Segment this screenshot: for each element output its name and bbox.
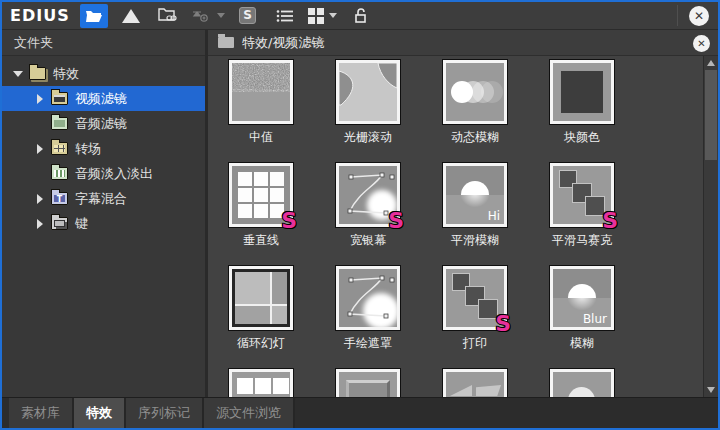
tab-label: 特效 xyxy=(86,404,112,422)
audio-fade-folder-icon xyxy=(51,167,68,180)
tab-sequence-marker[interactable]: 序列标记 xyxy=(126,398,204,428)
key-folder-icon xyxy=(51,217,68,230)
effect-label: 打印 xyxy=(463,335,487,352)
effect-label: 平滑模糊 xyxy=(451,232,499,249)
expander-right-icon[interactable] xyxy=(33,219,46,229)
triangle-up-icon xyxy=(707,60,715,66)
edius-logo: EDIUS xyxy=(10,6,70,25)
effects-grid: 中值 光栅滚动 动态模糊 xyxy=(208,56,718,397)
up-button[interactable] xyxy=(117,4,145,28)
tree-item-audio-fade[interactable]: 音频淡入淡出 xyxy=(2,161,205,186)
expander-right-icon[interactable] xyxy=(33,194,46,204)
tab-label: 序列标记 xyxy=(138,404,190,422)
effect-tile-block-color[interactable]: 块颜色 xyxy=(550,60,614,124)
bezier-mask-thumbnail xyxy=(339,269,397,327)
s-badge: S xyxy=(495,311,511,336)
lock-button[interactable] xyxy=(346,4,374,28)
effect-tile-partial[interactable] xyxy=(229,369,293,397)
tree-item-video-filter[interactable]: 视频滤镜 xyxy=(2,86,205,111)
effect-tile-partial[interactable] xyxy=(550,369,614,397)
folder-sidebar: 文件夹 特效 视频滤镜 音频滤镜 xyxy=(2,30,208,397)
video-filter-folder-icon xyxy=(51,92,68,105)
tree-item-transition[interactable]: 转场 xyxy=(2,136,205,161)
scrollbar-thumb[interactable] xyxy=(705,70,717,160)
effect-tile-vertical-line[interactable]: S 垂直线 xyxy=(229,163,293,227)
sidebar-header: 文件夹 xyxy=(2,30,205,56)
expander-right-icon[interactable] xyxy=(33,144,46,154)
s-preset-icon: S xyxy=(239,7,256,24)
effect-tile-blur[interactable]: Blur 模糊 xyxy=(550,266,614,330)
effect-tile-widescreen[interactable]: S 宽银幕 xyxy=(336,163,400,227)
blur-overlay-text: Blur xyxy=(583,312,607,326)
tab-source-browser[interactable]: 源文件浏览 xyxy=(204,398,295,428)
effect-tile-partial[interactable] xyxy=(443,369,507,397)
grid-view-icon xyxy=(308,8,325,24)
audio-filter-folder-icon xyxy=(51,117,68,130)
effects-row: 循环幻灯 xyxy=(229,266,657,330)
effect-label: 循环幻灯 xyxy=(237,335,285,352)
tree-item-effects-root[interactable]: 特效 xyxy=(2,61,205,86)
effect-tile-loop-slide[interactable]: 循环幻灯 xyxy=(229,266,293,330)
trapezoids-thumbnail xyxy=(446,372,504,397)
open-folder-button[interactable] xyxy=(80,4,108,28)
tree-item-title-mixer[interactable]: T 字幕混合 xyxy=(2,186,205,211)
sun-horizon-thumbnail: Blur xyxy=(553,269,611,327)
window-close-button[interactable]: ✕ xyxy=(689,6,709,26)
close-icon: ✕ xyxy=(697,38,705,49)
hi-overlay-text: Hi xyxy=(488,209,500,223)
effect-tile-median[interactable]: 中值 xyxy=(229,60,293,124)
effects-row: S 垂直线 xyxy=(229,163,657,227)
expander-right-icon[interactable] xyxy=(33,94,46,104)
add-link-dropdown-icon xyxy=(191,9,213,23)
list-view-button[interactable] xyxy=(271,4,299,28)
scroll-up-button[interactable] xyxy=(704,56,718,70)
titlebar-divider xyxy=(677,5,678,26)
tree-label: 视频滤镜 xyxy=(75,90,127,108)
effect-tile-raster-scroll[interactable]: 光栅滚动 xyxy=(336,60,400,124)
chevron-down-icon xyxy=(217,13,225,18)
noise-thumbnail xyxy=(232,63,290,121)
effect-label: 平滑马赛克 xyxy=(552,232,612,249)
tree-item-key[interactable]: 键 xyxy=(2,211,205,236)
effect-tile-partial[interactable] xyxy=(336,369,400,397)
quadrants-thumbnail xyxy=(232,269,290,327)
tree-item-audio-filter[interactable]: 音频滤镜 xyxy=(2,111,205,136)
add-link-dropdown-button[interactable] xyxy=(191,4,225,28)
expander-down-icon[interactable] xyxy=(11,71,24,77)
open-folder-icon xyxy=(85,9,103,23)
effect-label: 宽银幕 xyxy=(350,232,386,249)
scroll-down-button[interactable] xyxy=(704,383,718,397)
vertical-scrollbar[interactable] xyxy=(703,56,718,397)
s-badge: S xyxy=(602,208,618,233)
effect-tile-hand-drawn-mask[interactable]: 手绘遮罩 xyxy=(336,266,400,330)
effect-tile-smooth-mosaic[interactable]: S 平滑马赛克 xyxy=(550,163,614,227)
unlock-icon xyxy=(352,7,368,24)
tab-asset-bin[interactable]: 素材库 xyxy=(9,398,74,428)
close-icon: ✕ xyxy=(694,9,704,23)
s-preset-button[interactable]: S xyxy=(234,4,262,28)
folder-link-icon xyxy=(158,8,178,23)
tree-label: 特效 xyxy=(53,65,79,83)
dark-block-thumbnail xyxy=(553,63,611,121)
effect-tile-smooth-blur[interactable]: Hi 平滑模糊 xyxy=(443,163,507,227)
tab-label: 源文件浏览 xyxy=(216,404,281,422)
effect-label: 光栅滚动 xyxy=(344,129,392,146)
bottom-tab-bar: 素材库 特效 序列标记 源文件浏览 xyxy=(2,397,718,428)
tab-effects[interactable]: 特效 xyxy=(74,398,126,428)
raster-curves-thumbnail xyxy=(339,63,397,121)
title-mixer-folder-icon: T xyxy=(51,192,68,205)
effects-panel-header: 特效/视频滤镜 ✕ xyxy=(208,30,718,56)
effect-tile-print[interactable]: S 打印 xyxy=(443,266,507,330)
effect-label: 动态模糊 xyxy=(451,129,499,146)
folder-tree: 特效 视频滤镜 音频滤镜 转场 xyxy=(2,56,205,236)
chevron-down-icon xyxy=(329,13,337,18)
panel-close-button[interactable]: ✕ xyxy=(693,35,710,52)
three-squares-thumbnail xyxy=(232,372,290,397)
sun-horizon-thumbnail: Hi xyxy=(446,166,504,224)
effect-tile-motion-blur[interactable]: 动态模糊 xyxy=(443,60,507,124)
folder-link-button[interactable] xyxy=(154,4,182,28)
list-view-icon xyxy=(276,9,294,23)
effects-panel: 特效/视频滤镜 ✕ xyxy=(208,30,718,397)
tree-label: 键 xyxy=(75,215,88,233)
grid-view-dropdown-button[interactable] xyxy=(308,4,337,28)
